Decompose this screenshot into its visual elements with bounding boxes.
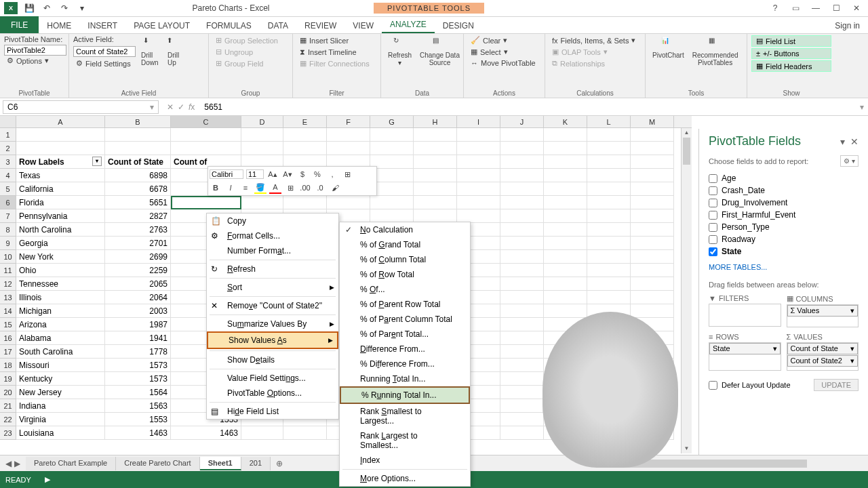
tab-design[interactable]: DESIGN xyxy=(435,18,482,33)
cell-I4[interactable] xyxy=(457,169,500,182)
sv-difference-from[interactable]: Difference From... xyxy=(340,342,470,357)
cell-C23[interactable]: 1463 xyxy=(171,426,241,440)
cell-H5[interactable] xyxy=(414,182,457,196)
move-pivottable-button[interactable]: ↔Move PivotTable xyxy=(468,58,540,68)
row-header-5[interactable]: 5 xyxy=(0,182,16,196)
col-header-M[interactable]: M xyxy=(631,116,674,127)
cell-B18[interactable]: 1573 xyxy=(105,359,171,372)
sv-pct-running-total[interactable]: % Running Total In... xyxy=(340,386,470,404)
macro-icon[interactable]: ▶ xyxy=(45,475,50,484)
ctx-sort[interactable]: Sort▶ xyxy=(207,280,338,295)
cell-J6[interactable] xyxy=(500,196,544,209)
close-icon[interactable]: ✕ xyxy=(850,2,863,14)
tab-analyze[interactable]: ANALYZE xyxy=(382,17,435,33)
field-state[interactable]: State xyxy=(709,245,859,258)
row-header-23[interactable]: 23 xyxy=(0,426,16,440)
cell-L5[interactable] xyxy=(587,182,631,196)
cell-B7[interactable]: 2827 xyxy=(105,209,171,223)
col-header-H[interactable]: H xyxy=(414,116,457,127)
filter-connections-button[interactable]: ▦Filter Connections xyxy=(297,58,376,68)
sheet-tab-sheet1[interactable]: Sheet1 xyxy=(200,457,241,470)
group-selection-button[interactable]: ⊞Group Selection xyxy=(213,35,288,45)
cell-K8[interactable] xyxy=(544,223,587,237)
cell-L7[interactable] xyxy=(587,209,631,223)
col-header-B[interactable]: B xyxy=(105,116,171,127)
decrease-decimal-icon[interactable]: .0 xyxy=(314,182,326,194)
col-header-G[interactable]: G xyxy=(370,116,414,127)
cell-M1[interactable] xyxy=(631,128,674,142)
cell-J1[interactable] xyxy=(500,128,544,142)
format-painter-icon[interactable]: 🖌 xyxy=(329,182,341,194)
filters-area[interactable] xyxy=(709,304,781,327)
ctx-number-format[interactable]: Number Format... xyxy=(207,243,338,258)
cell-A20[interactable]: New Jersey xyxy=(16,386,105,399)
cell-M7[interactable] xyxy=(631,209,674,223)
cell-D2[interactable] xyxy=(241,142,283,155)
cell-M10[interactable] xyxy=(631,250,674,264)
cell-A10[interactable]: New York xyxy=(16,250,105,264)
sv-rank-smallest[interactable]: Rank Smallest to Largest... xyxy=(340,404,470,428)
row-header-4[interactable]: 4 xyxy=(0,169,16,182)
row-header-12[interactable]: 12 xyxy=(0,277,16,291)
cell-M5[interactable] xyxy=(631,182,674,196)
cell-B22[interactable]: 1553 xyxy=(105,413,171,426)
sv-column-total[interactable]: % of Column Total xyxy=(340,252,470,267)
cell-E1[interactable] xyxy=(283,128,327,142)
cell-L6[interactable] xyxy=(587,196,631,209)
clear-button[interactable]: 🧹Clear ▾ xyxy=(468,35,540,45)
cell-L10[interactable] xyxy=(587,250,631,264)
row-header-10[interactable]: 10 xyxy=(0,250,16,264)
expand-formula-icon[interactable]: ▾ xyxy=(860,102,868,112)
cell-A7[interactable]: Pennsylvania xyxy=(16,209,105,223)
cell-M9[interactable] xyxy=(631,237,674,250)
font-name-select[interactable] xyxy=(210,169,243,179)
scroll-up-icon[interactable]: ▲ xyxy=(682,128,692,138)
cell-J23[interactable] xyxy=(500,426,544,440)
scroll-thumb[interactable] xyxy=(683,138,690,165)
scroll-down-icon[interactable]: ▼ xyxy=(682,444,692,453)
cell-I3[interactable] xyxy=(457,155,500,169)
cell-K1[interactable] xyxy=(544,128,587,142)
sign-in-link[interactable]: Sign in xyxy=(827,18,868,33)
select-button[interactable]: ▦Select ▾ xyxy=(468,47,540,57)
cell-J5[interactable] xyxy=(500,182,544,196)
currency-icon[interactable]: $ xyxy=(296,168,309,180)
qat-customize-icon[interactable]: ▾ xyxy=(76,2,88,14)
ctx-show-values-as[interactable]: Show Values As▶ xyxy=(207,331,338,349)
cell-J15[interactable] xyxy=(500,318,544,331)
update-button[interactable]: UPDATE xyxy=(814,379,859,391)
cell-A17[interactable]: South Carolina xyxy=(16,345,105,359)
maximize-icon[interactable]: ☐ xyxy=(830,2,842,14)
cell-K11[interactable] xyxy=(544,264,587,277)
fx-icon[interactable]: fx xyxy=(189,102,195,112)
cell-G6[interactable] xyxy=(370,196,414,209)
cancel-formula-icon[interactable]: ✕ xyxy=(167,102,174,112)
rows-area[interactable]: State▾ xyxy=(709,342,781,371)
col-header-F[interactable]: F xyxy=(327,116,370,127)
row-header-18[interactable]: 18 xyxy=(0,359,16,372)
cell-E2[interactable] xyxy=(283,142,327,155)
increase-decimal-icon[interactable]: .00 xyxy=(299,182,311,194)
cell-F2[interactable] xyxy=(327,142,370,155)
cell-K5[interactable] xyxy=(544,182,587,196)
align-icon[interactable]: ≡ xyxy=(239,182,252,194)
cell-H2[interactable] xyxy=(414,142,457,155)
ctx-hide-field-list[interactable]: ▤Hide Field List xyxy=(207,404,338,419)
tab-formulas[interactable]: FORMULAS xyxy=(198,18,260,33)
cell-J18[interactable] xyxy=(500,359,544,372)
ctx-copy[interactable]: 📋Copy xyxy=(207,214,338,228)
drill-down-button[interactable]: ⬇Drill Down xyxy=(138,35,161,68)
cell-K12[interactable] xyxy=(544,277,587,291)
row-header-11[interactable]: 11 xyxy=(0,264,16,277)
cell-J20[interactable] xyxy=(500,386,544,399)
vertical-scrollbar[interactable]: ▲ ▼ xyxy=(681,128,692,453)
cell-M2[interactable] xyxy=(631,142,674,155)
font-color-icon[interactable]: A xyxy=(269,182,281,194)
cell-A15[interactable]: Arizona xyxy=(16,318,105,331)
tab-insert[interactable]: INSERT xyxy=(79,18,125,33)
new-sheet-icon[interactable]: ⊕ xyxy=(271,459,288,468)
ungroup-button[interactable]: ⊟Ungroup xyxy=(213,47,288,57)
decrease-font-icon[interactable]: A▾ xyxy=(281,168,294,180)
row-header-3[interactable]: 3 xyxy=(0,155,16,169)
cell-J9[interactable] xyxy=(500,237,544,250)
